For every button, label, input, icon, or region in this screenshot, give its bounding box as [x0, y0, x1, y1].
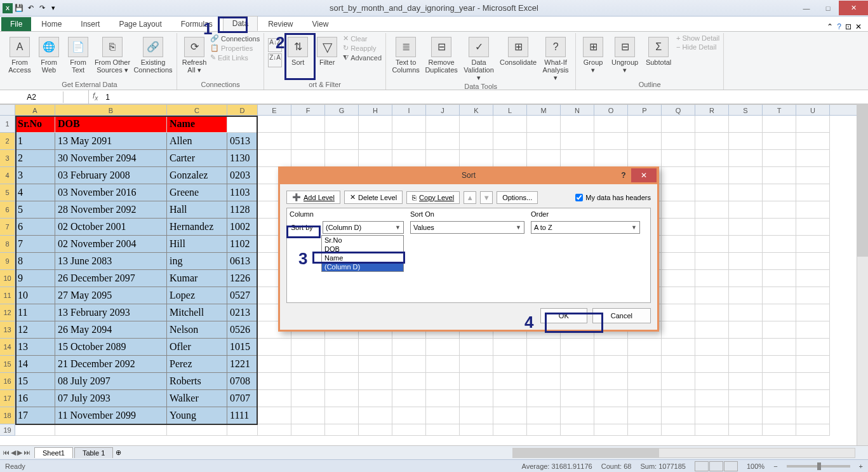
cell[interactable] — [796, 407, 830, 424]
cell[interactable] — [167, 424, 227, 436]
cell[interactable] — [325, 390, 359, 407]
cell[interactable] — [796, 133, 830, 150]
cell[interactable] — [628, 133, 662, 150]
tab-file[interactable]: File — [1, 17, 31, 31]
cell[interactable] — [227, 424, 258, 436]
cell[interactable] — [729, 270, 763, 287]
row-header[interactable]: 16 — [0, 373, 15, 390]
cell[interactable]: 2 — [15, 150, 55, 167]
cancel-button[interactable]: Cancel — [592, 308, 651, 323]
cell[interactable] — [426, 373, 460, 390]
zoom-slider[interactable] — [787, 465, 850, 468]
tab-review[interactable]: Review — [259, 17, 302, 31]
cell[interactable] — [763, 321, 796, 339]
cell[interactable]: 1221 — [227, 356, 258, 373]
cell[interactable] — [561, 339, 594, 356]
from-web-button[interactable]: 🌐From Web — [36, 34, 62, 74]
row-header[interactable]: 8 — [0, 236, 15, 253]
dialog-help-icon[interactable]: ? — [616, 171, 631, 180]
cell[interactable] — [258, 116, 291, 133]
col-header-L[interactable]: L — [493, 105, 527, 115]
view-break-button[interactable] — [724, 461, 738, 471]
from-other-button[interactable]: ⎘From Other Sources ▾ — [94, 34, 131, 74]
cell[interactable] — [460, 150, 493, 167]
cell[interactable] — [460, 424, 493, 436]
cell[interactable]: 13 June 2083 — [55, 253, 167, 270]
cell[interactable] — [662, 339, 695, 356]
row-header[interactable]: 10 — [0, 270, 15, 287]
cell[interactable] — [426, 424, 460, 436]
cell[interactable] — [527, 390, 561, 407]
cell[interactable] — [729, 236, 763, 253]
cell[interactable] — [662, 184, 695, 201]
dd-item-column-d[interactable]: (Column D) — [322, 262, 403, 271]
col-header-H[interactable]: H — [359, 105, 392, 115]
cell[interactable] — [359, 150, 392, 167]
cell[interactable] — [729, 339, 763, 356]
col-header-I[interactable]: I — [392, 105, 426, 115]
col-header-J[interactable]: J — [426, 105, 460, 115]
dd-item-name[interactable]: Name — [322, 253, 403, 262]
connections-button[interactable]: 🔗Connections — [210, 34, 260, 43]
cell[interactable] — [695, 321, 729, 339]
cell[interactable] — [258, 356, 291, 373]
cell[interactable] — [796, 253, 830, 270]
cell[interactable]: 1102 — [227, 236, 258, 253]
cell[interactable] — [561, 133, 594, 150]
cell[interactable] — [325, 133, 359, 150]
cell[interactable] — [662, 236, 695, 253]
cell[interactable]: Hall — [167, 201, 227, 219]
cell[interactable] — [493, 390, 527, 407]
cell[interactable] — [662, 253, 695, 270]
minimize-button[interactable]: — — [796, 1, 817, 15]
cell[interactable] — [291, 373, 325, 390]
cell[interactable] — [729, 287, 763, 304]
cell[interactable] — [729, 304, 763, 321]
cell[interactable] — [763, 356, 796, 373]
cell[interactable] — [662, 373, 695, 390]
cell[interactable]: 0708 — [227, 373, 258, 390]
last-sheet-icon[interactable]: ⏭ — [23, 448, 30, 457]
cell[interactable] — [359, 116, 392, 133]
cell[interactable] — [628, 150, 662, 167]
cell[interactable] — [359, 356, 392, 373]
row-header[interactable]: 19 — [0, 424, 15, 436]
cell[interactable] — [796, 167, 830, 184]
cell[interactable] — [460, 373, 493, 390]
cell[interactable]: 1 — [15, 133, 55, 150]
col-header-T[interactable]: T — [763, 105, 796, 115]
row-header[interactable]: 7 — [0, 219, 15, 236]
cell[interactable] — [729, 167, 763, 184]
row-header[interactable]: 17 — [0, 390, 15, 407]
cell[interactable]: 16 — [15, 390, 55, 407]
col-header-Q[interactable]: Q — [662, 105, 695, 115]
cell[interactable] — [729, 116, 763, 133]
cell[interactable] — [695, 373, 729, 390]
cell[interactable]: 6 — [15, 219, 55, 236]
cell[interactable] — [291, 390, 325, 407]
cell[interactable] — [291, 407, 325, 424]
cell[interactable]: Carter — [167, 150, 227, 167]
existing-conn-button[interactable]: 🔗Existing Connections — [133, 34, 173, 74]
cell[interactable]: 02 October 2001 — [55, 219, 167, 236]
cell[interactable]: 12 — [15, 321, 55, 339]
cell[interactable] — [15, 424, 55, 436]
cell[interactable]: Greene — [167, 184, 227, 201]
cell[interactable] — [695, 116, 729, 133]
dd-item-dob[interactable]: DOB — [322, 245, 403, 253]
cell[interactable] — [796, 116, 830, 133]
save-icon[interactable]: 💾 — [14, 3, 24, 13]
cell[interactable] — [527, 133, 561, 150]
cell[interactable] — [763, 304, 796, 321]
col-header-G[interactable]: G — [325, 105, 359, 115]
maximize-button[interactable]: □ — [817, 1, 839, 15]
sort-button[interactable]: ⇅Sort — [284, 34, 311, 66]
ribbon-minimize-icon[interactable]: ⌃ — [827, 22, 833, 31]
group-button[interactable]: ⊞Group ▾ — [580, 34, 606, 74]
cell[interactable] — [359, 339, 392, 356]
row-header[interactable]: 9 — [0, 253, 15, 270]
add-level-button[interactable]: ➕Add Level — [286, 191, 340, 204]
cell[interactable] — [729, 321, 763, 339]
cell[interactable] — [594, 150, 628, 167]
cell[interactable] — [493, 150, 527, 167]
